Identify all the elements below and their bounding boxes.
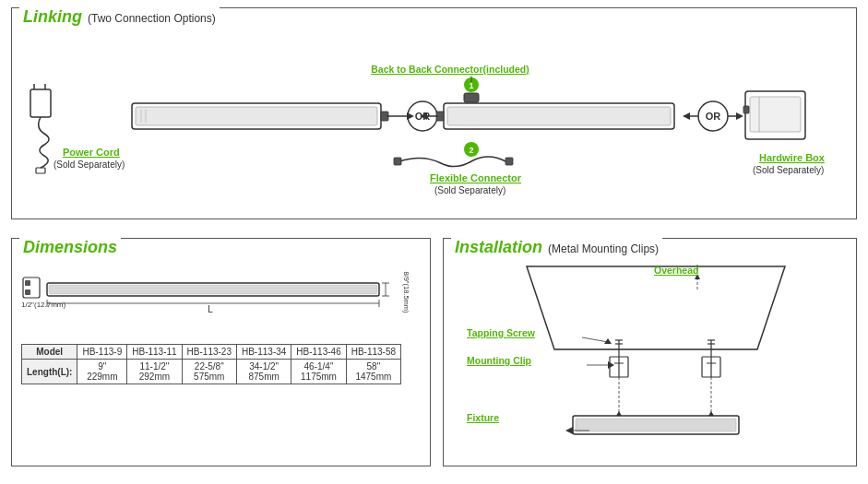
- svg-marker-24: [736, 112, 743, 120]
- svg-rect-28: [743, 106, 749, 113]
- overhead-label: Overhead: [654, 265, 698, 276]
- len9-mm: 229mm: [82, 372, 122, 382]
- svg-rect-39: [49, 285, 377, 294]
- model-hb11: HB-113-11: [127, 345, 182, 360]
- svg-rect-65: [576, 419, 736, 431]
- flex-conn-label: Flexible Connector: [430, 172, 522, 183]
- model-hb9: HB-113-9: [77, 345, 127, 360]
- svg-rect-19: [394, 158, 401, 165]
- table-row-model: Model HB-113-9 HB-113-11 HB-113-23 HB-11…: [22, 345, 401, 360]
- svg-marker-69: [708, 411, 714, 416]
- power-cord-graphic: [30, 84, 51, 173]
- fixture-label: Fixture: [467, 412, 499, 423]
- len23-mm: 575mm: [187, 372, 232, 382]
- svg-marker-31: [407, 112, 414, 120]
- installation-section: Installation (Metal Mounting Clips) Over…: [443, 238, 857, 466]
- svg-rect-20: [505, 158, 513, 165]
- table-row-length: Length(L): 9" 229mm 11-1/2" 292mm 22-5/8…: [22, 360, 401, 384]
- installation-title-area: Installation (Metal Mounting Clips): [451, 238, 662, 257]
- svg-rect-12: [464, 93, 479, 102]
- linking-section: Linking (Two Connection Options) Power C…: [11, 7, 857, 219]
- svg-rect-35: [25, 280, 30, 286]
- installation-subtitle: (Metal Mounting Clips): [548, 242, 659, 255]
- flex-conn-sub: (Sold Separately): [434, 185, 505, 195]
- mounting-clip-label: Mounting Clip: [467, 355, 531, 366]
- length-header: Length(L):: [22, 360, 77, 384]
- len46-mm: 1175mm: [296, 372, 340, 382]
- svg-rect-27: [750, 97, 801, 132]
- installation-content: Overhead Tapping Screw Mounting Clip Fix…: [453, 257, 847, 462]
- svg-rect-0: [30, 89, 51, 117]
- svg-rect-15: [447, 107, 671, 125]
- len58-mm: 1475mm: [351, 372, 396, 382]
- hardwire-box-sub: (Sold Separately): [753, 165, 824, 175]
- svg-marker-63: [608, 361, 614, 369]
- or-text-2: OR: [706, 111, 721, 122]
- tapping-screw-label: Tapping Screw: [467, 327, 535, 338]
- svg-line-60: [582, 337, 608, 342]
- model-hb23: HB-113-23: [182, 345, 236, 360]
- len46-in: 46-1/4": [296, 361, 340, 372]
- power-cord-sub: (Sold Separately): [54, 159, 125, 170]
- len58-in: 58": [351, 361, 396, 372]
- len11-mm: 292mm: [132, 372, 176, 382]
- linking-diagram: Power Cord (Sold Separately) OR Back to …: [12, 21, 856, 231]
- len23-in: 22-5/8": [187, 361, 232, 372]
- len34-mm: 875mm: [242, 372, 286, 382]
- len9-in: 9": [82, 361, 122, 372]
- svg-text:1/2"(12.7mm): 1/2"(12.7mm): [21, 301, 66, 309]
- dimensions-section: Dimensions 1/2"(12.7mm) L 8/9"(18.5mm): [11, 238, 431, 466]
- dimensions-diagram: 1/2"(12.7mm) L 8/9"(18.5mm): [21, 261, 418, 335]
- installation-title: Installation: [455, 238, 542, 257]
- hardwire-box-label: Hardwire Box: [759, 152, 826, 163]
- svg-rect-5: [136, 107, 377, 125]
- svg-marker-68: [616, 411, 622, 416]
- svg-rect-36: [25, 289, 30, 295]
- power-cord-label: Power Cord: [63, 147, 120, 158]
- dimensions-table: Model HB-113-9 HB-113-11 HB-113-23 HB-11…: [21, 344, 401, 384]
- back-to-back-label: Back to Back Connector(included): [371, 64, 529, 75]
- svg-marker-25: [683, 112, 690, 120]
- model-header: Model: [22, 345, 77, 360]
- dimensions-content: 1/2"(12.7mm) L 8/9"(18.5mm) Model HB-113…: [21, 261, 421, 384]
- svg-text:1: 1: [469, 81, 473, 90]
- svg-text:8/9"(18.5mm): 8/9"(18.5mm): [402, 271, 410, 313]
- model-hb34: HB-113-34: [236, 345, 291, 360]
- model-hb58: HB-113-58: [346, 345, 400, 360]
- dimensions-title-area: Dimensions: [19, 238, 121, 257]
- len34-in: 34-1/2": [242, 361, 286, 372]
- svg-text:L: L: [208, 304, 213, 314]
- svg-rect-3: [36, 168, 45, 173]
- model-hb46: HB-113-46: [291, 345, 346, 360]
- len11-in: 11-1/2": [132, 361, 176, 372]
- svg-marker-71: [565, 427, 573, 434]
- dimensions-title: Dimensions: [23, 238, 117, 256]
- svg-marker-61: [604, 338, 612, 344]
- svg-text:2: 2: [469, 146, 473, 155]
